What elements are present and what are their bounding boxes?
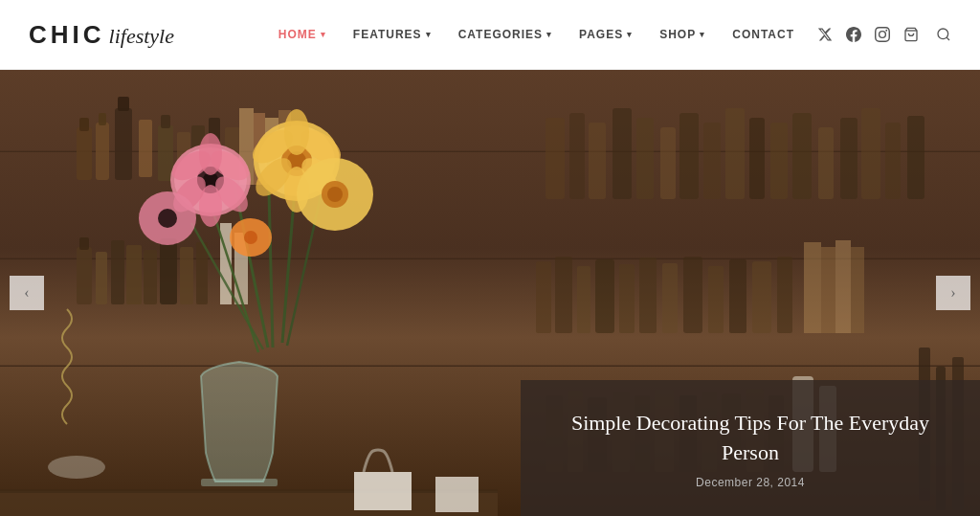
svg-rect-112 — [0, 491, 498, 516]
nav-categories[interactable]: CATEGORIES ▾ — [445, 0, 566, 70]
svg-rect-64 — [851, 247, 864, 333]
svg-rect-58 — [729, 259, 746, 333]
svg-rect-29 — [196, 242, 208, 304]
svg-rect-9 — [139, 120, 152, 177]
nav-contact[interactable]: CONTACT — [719, 0, 808, 70]
logo-lifestyle: lifestyle — [109, 24, 174, 49]
svg-line-2 — [947, 37, 949, 40]
chevron-down-icon: ▾ — [546, 30, 552, 39]
svg-rect-11 — [161, 115, 170, 128]
svg-rect-63 — [835, 240, 851, 333]
svg-rect-8 — [118, 97, 129, 111]
instagram-icon[interactable] — [875, 27, 890, 42]
chevron-down-icon: ▾ — [700, 30, 705, 39]
svg-rect-62 — [821, 247, 835, 333]
svg-rect-47 — [885, 123, 901, 199]
svg-rect-28 — [180, 247, 193, 304]
svg-point-1 — [938, 29, 948, 39]
slider-prev-button[interactable]: ‹ — [10, 276, 44, 310]
svg-rect-59 — [752, 261, 771, 333]
svg-rect-42 — [770, 123, 788, 199]
svg-rect-48 — [907, 116, 924, 199]
svg-point-117 — [48, 456, 105, 479]
chevron-down-icon: ▾ — [627, 30, 633, 39]
hero-slider: Simple Decorating Tips For The Everyday … — [0, 70, 980, 516]
svg-rect-54 — [639, 258, 657, 333]
svg-rect-6 — [99, 113, 106, 125]
slide-date: December 28, 2014 — [559, 476, 942, 489]
svg-rect-51 — [577, 266, 590, 333]
svg-point-108 — [327, 187, 343, 202]
svg-rect-5 — [96, 123, 109, 180]
header: CHIC lifestyle HOME ▾ FEATURES ▾ CATEGOR… — [0, 0, 980, 70]
svg-rect-52 — [595, 259, 614, 333]
svg-rect-33 — [569, 113, 585, 199]
svg-rect-45 — [840, 118, 858, 199]
social-icons — [817, 27, 951, 42]
logo-chic: CHIC — [29, 20, 105, 50]
svg-rect-41 — [749, 118, 765, 199]
svg-point-90 — [199, 133, 222, 175]
search-icon[interactable] — [936, 27, 951, 42]
svg-rect-4 — [79, 118, 89, 131]
svg-rect-49 — [536, 261, 551, 333]
twitter-icon[interactable] — [817, 27, 833, 42]
svg-rect-46 — [861, 108, 880, 199]
svg-rect-37 — [660, 127, 676, 199]
svg-rect-38 — [679, 113, 699, 199]
svg-rect-44 — [818, 127, 834, 199]
svg-rect-60 — [777, 257, 792, 333]
svg-rect-23 — [96, 252, 107, 304]
main-nav: HOME ▾ FEATURES ▾ CATEGORIES ▾ PAGES ▾ S… — [265, 0, 808, 70]
svg-rect-3 — [77, 127, 92, 180]
slide-caption: Simple Decorating Tips For The Everyday … — [521, 380, 980, 516]
chevron-down-icon: ▾ — [321, 30, 326, 39]
nav-home[interactable]: HOME ▾ — [265, 0, 340, 70]
hero-image: Simple Decorating Tips For The Everyday … — [0, 70, 980, 516]
svg-rect-43 — [792, 113, 812, 199]
facebook-icon[interactable] — [846, 27, 861, 42]
svg-rect-55 — [662, 263, 678, 333]
svg-rect-40 — [725, 108, 745, 199]
svg-rect-34 — [589, 123, 606, 199]
svg-rect-27 — [160, 238, 177, 304]
nav-pages[interactable]: PAGES ▾ — [566, 0, 646, 70]
svg-rect-25 — [126, 245, 142, 304]
svg-point-95 — [158, 209, 177, 228]
svg-rect-22 — [79, 237, 89, 250]
svg-rect-111 — [201, 479, 278, 486]
svg-rect-7 — [115, 108, 132, 180]
svg-rect-35 — [612, 108, 632, 199]
nav-features[interactable]: FEATURES ▾ — [340, 0, 445, 70]
svg-rect-32 — [546, 118, 565, 199]
slider-next-button[interactable]: › — [936, 276, 970, 310]
svg-rect-21 — [77, 247, 92, 304]
site-logo[interactable]: CHIC lifestyle — [29, 20, 174, 50]
cart-icon[interactable] — [903, 27, 919, 42]
svg-rect-39 — [703, 123, 721, 199]
svg-rect-57 — [708, 266, 724, 333]
slide-title: Simple Decorating Tips For The Everyday … — [559, 409, 942, 468]
svg-rect-56 — [683, 257, 702, 333]
svg-point-102 — [284, 109, 309, 155]
svg-point-110 — [244, 231, 257, 244]
chevron-down-icon: ▾ — [426, 30, 432, 39]
svg-rect-26 — [144, 250, 157, 304]
svg-rect-24 — [111, 240, 124, 304]
svg-rect-53 — [619, 264, 635, 333]
svg-rect-50 — [555, 257, 572, 333]
nav-shop[interactable]: SHOP ▾ — [646, 0, 719, 70]
svg-rect-61 — [804, 242, 821, 333]
svg-rect-36 — [636, 118, 654, 199]
svg-rect-113 — [0, 489, 498, 493]
svg-rect-10 — [158, 125, 173, 181]
